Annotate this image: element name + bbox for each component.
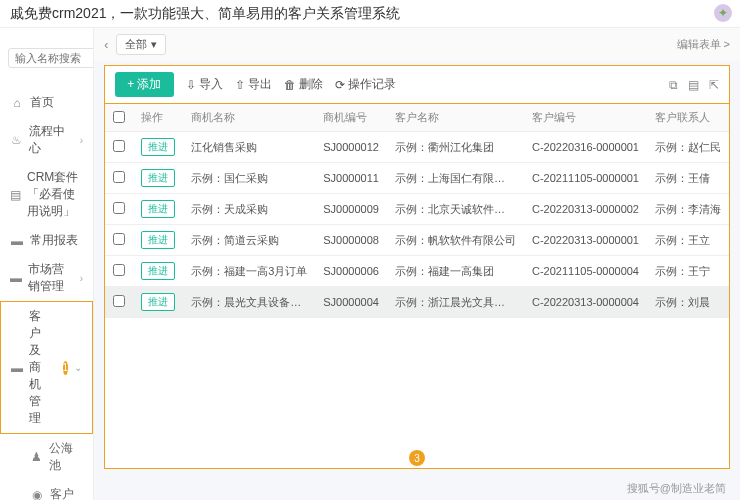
breadcrumb: ‹ 全部 ▾ 编辑表单 > <box>94 28 740 61</box>
cell-name: 示例：晨光文具设备… <box>183 287 315 318</box>
table-row[interactable]: 推进示例：天成采购SJ0000009示例：北京天诚软件…C-20220313-0… <box>105 194 729 225</box>
row-checkbox[interactable] <box>113 264 125 276</box>
nav-flow[interactable]: ♨流程中心› <box>0 117 93 163</box>
user-icon: ◉ <box>30 488 44 501</box>
cell-code: SJ0000012 <box>315 132 387 163</box>
cell-code: SJ0000009 <box>315 194 387 225</box>
export-icon[interactable]: ⇱ <box>709 78 719 92</box>
nav-marketing[interactable]: ▬市场营销管理› <box>0 255 93 301</box>
cell-ccode: C-20211105-0000001 <box>524 163 647 194</box>
nav-customer[interactable]: ◉客户 <box>0 480 93 500</box>
push-button[interactable]: 推进 <box>141 200 175 218</box>
col-name: 商机名称 <box>183 104 315 132</box>
toolbar: + 添加 ⇩ 导入 ⇧ 导出 🗑 删除 ⟳ 操作记录 ⧉ ▤ ⇱ <box>104 65 730 104</box>
main-panel: ‹ 全部 ▾ 编辑表单 > + 添加 ⇩ 导入 ⇧ 导出 🗑 删除 ⟳ 操作记录… <box>94 28 740 500</box>
table-row[interactable]: 推进江化销售采购SJ0000012示例：衢州江化集团C-20220316-000… <box>105 132 729 163</box>
cell-contact: 示例：王倩 <box>647 163 729 194</box>
cell-contact: 示例：刘晨 <box>647 287 729 318</box>
cell-code: SJ0000011 <box>315 163 387 194</box>
cell-cust: 示例：衢州江化集团 <box>387 132 524 163</box>
cell-cust: 示例：帆软软件有限公司 <box>387 225 524 256</box>
cell-ccode: C-20220316-0000001 <box>524 132 647 163</box>
sidebar: + 新建 ⌂首页 ♨流程中心› ▤CRM套件「必看使用说明」 ▬常用报表 ▬市场… <box>0 28 94 500</box>
cell-name: 示例：天成采购 <box>183 194 315 225</box>
sohu-badge-icon: ✦ <box>714 4 732 22</box>
search-input[interactable] <box>8 48 94 68</box>
cell-cust: 示例：上海国仁有限… <box>387 163 524 194</box>
edit-form-link[interactable]: 编辑表单 > <box>677 37 730 52</box>
nav-customer-opp[interactable]: ▬客户及商机管理1⌄ <box>0 301 93 434</box>
cell-code: SJ0000008 <box>315 225 387 256</box>
data-table-wrap: 操作 商机名称 商机编号 客户名称 客户编号 客户联系人 推进江化销售采购SJ0… <box>104 104 730 469</box>
chevron-down-icon: ⌄ <box>74 362 82 373</box>
log-button[interactable]: ⟳ 操作记录 <box>335 76 396 93</box>
badge-1: 1 <box>63 361 69 375</box>
cell-ccode: C-20220313-0000001 <box>524 225 647 256</box>
badge-3: 3 <box>409 450 425 466</box>
source-label: 搜狐号@制造业老简 <box>627 482 726 494</box>
folder-icon: ▬ <box>10 234 24 248</box>
filter-icon[interactable]: ⧉ <box>669 78 678 92</box>
cell-code: SJ0000004 <box>315 287 387 318</box>
row-checkbox[interactable] <box>113 233 125 245</box>
columns-icon[interactable]: ▤ <box>688 78 699 92</box>
push-button[interactable]: 推进 <box>141 262 175 280</box>
page-header: 戚免费crm2021，一款功能强大、简单易用的客户关系管理系统 <box>0 0 740 28</box>
table-row[interactable]: 推进示例：国仁采购SJ0000011示例：上海国仁有限…C-20211105-0… <box>105 163 729 194</box>
cell-cust: 示例：浙江晨光文具… <box>387 287 524 318</box>
home-icon: ⌂ <box>10 96 24 110</box>
back-icon[interactable]: ‹ <box>104 38 108 52</box>
page-title: 戚免费crm2021，一款功能强大、简单易用的客户关系管理系统 <box>10 5 400 23</box>
cell-name: 示例：简道云采购 <box>183 225 315 256</box>
cell-cust: 示例：北京天诚软件… <box>387 194 524 225</box>
row-checkbox[interactable] <box>113 171 125 183</box>
push-button[interactable]: 推进 <box>141 293 175 311</box>
cell-ccode: C-20211105-0000004 <box>524 256 647 287</box>
cell-contact: 示例：王立 <box>647 225 729 256</box>
nav-pool[interactable]: ♟公海池 <box>0 434 93 480</box>
col-action: 操作 <box>133 104 183 132</box>
delete-button[interactable]: 🗑 删除 <box>284 76 323 93</box>
cell-name: 示例：国仁采购 <box>183 163 315 194</box>
push-button[interactable]: 推进 <box>141 138 175 156</box>
push-button[interactable]: 推进 <box>141 231 175 249</box>
folder-icon: ▬ <box>10 271 22 285</box>
col-cust: 客户名称 <box>387 104 524 132</box>
row-checkbox[interactable] <box>113 140 125 152</box>
cell-ccode: C-20220313-0000004 <box>524 287 647 318</box>
add-button[interactable]: + 添加 <box>115 72 173 97</box>
footer: 搜狐号@制造业老简 <box>94 477 740 500</box>
nav-home[interactable]: ⌂首页 <box>0 88 93 117</box>
cell-contact: 示例：李清海 <box>647 194 729 225</box>
nav-reports[interactable]: ▬常用报表 <box>0 226 93 255</box>
nav-crm-kit[interactable]: ▤CRM套件「必看使用说明」 <box>0 163 93 226</box>
filter-dropdown[interactable]: 全部 ▾ <box>116 34 166 55</box>
cell-cust: 示例：福建一高集团 <box>387 256 524 287</box>
flow-icon: ♨ <box>10 133 23 147</box>
doc-icon: ▤ <box>10 188 21 202</box>
row-checkbox[interactable] <box>113 202 125 214</box>
select-all-checkbox[interactable] <box>113 111 125 123</box>
data-table: 操作 商机名称 商机编号 客户名称 客户编号 客户联系人 推进江化销售采购SJ0… <box>105 104 729 318</box>
col-code: 商机编号 <box>315 104 387 132</box>
cell-contact: 示例：赵仁民 <box>647 132 729 163</box>
cell-contact: 示例：王宁 <box>647 256 729 287</box>
import-button[interactable]: ⇩ 导入 <box>186 76 223 93</box>
cell-name: 江化销售采购 <box>183 132 315 163</box>
push-button[interactable]: 推进 <box>141 169 175 187</box>
table-row[interactable]: 推进示例：福建一高3月订单SJ0000006示例：福建一高集团C-2021110… <box>105 256 729 287</box>
table-row[interactable]: 推进示例：晨光文具设备…SJ0000004示例：浙江晨光文具…C-2022031… <box>105 287 729 318</box>
row-checkbox[interactable] <box>113 295 125 307</box>
chevron-down-icon: ▾ <box>151 38 157 51</box>
table-row[interactable]: 推进示例：简道云采购SJ0000008示例：帆软软件有限公司C-20220313… <box>105 225 729 256</box>
nav-list: ⌂首页 ♨流程中心› ▤CRM套件「必看使用说明」 ▬常用报表 ▬市场营销管理›… <box>0 88 93 500</box>
folder-open-icon: ▬ <box>11 361 23 375</box>
chevron-right-icon: › <box>80 135 83 146</box>
cell-ccode: C-20220313-0000002 <box>524 194 647 225</box>
table-header-row: 操作 商机名称 商机编号 客户名称 客户编号 客户联系人 <box>105 104 729 132</box>
export-button[interactable]: ⇧ 导出 <box>235 76 272 93</box>
cell-code: SJ0000006 <box>315 256 387 287</box>
cell-name: 示例：福建一高3月订单 <box>183 256 315 287</box>
col-contact: 客户联系人 <box>647 104 729 132</box>
chevron-right-icon: › <box>80 273 83 284</box>
